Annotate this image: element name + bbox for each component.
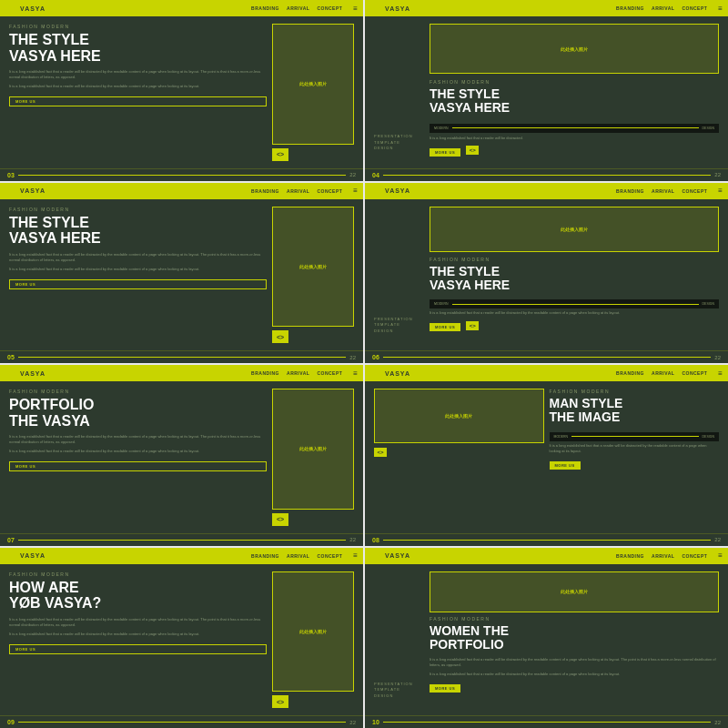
slide-header-08: VASYA BRANDING ARRIVAL CONCEPT ≡	[365, 365, 728, 381]
menu-icon[interactable]: ≡	[718, 369, 723, 378]
nav-branding[interactable]: BRANDING	[251, 5, 279, 11]
title-line1: THE STYLE	[430, 265, 719, 278]
nav-arrival[interactable]: ARRIVAL	[652, 553, 674, 559]
slide-content-07: FASHION MODERN PORTFOLIO THE VASYA It is…	[0, 381, 363, 533]
menu-icon[interactable]: ≡	[718, 551, 723, 560]
nav-branding[interactable]: BRANDING	[616, 553, 644, 559]
nav-arrival[interactable]: ARRIVAL	[652, 370, 674, 376]
nav-branding[interactable]: BRANDING	[251, 370, 279, 376]
slide-number: 10	[372, 719, 379, 725]
slide-header-09: VASYA BRANDING ARRIVAL CONCEPT ≡	[0, 548, 363, 564]
header-diamond-icon	[4, 368, 14, 378]
nav-concept[interactable]: CONCEPT	[317, 370, 342, 376]
content-layout: FASHION MODERN PORTFOLIO THE VASYA It is…	[9, 389, 354, 526]
image-placeholder: 此处插入图片	[430, 24, 719, 74]
title-line1: HOW ARE	[9, 580, 267, 596]
menu-icon[interactable]: ≡	[353, 187, 358, 195]
more-button[interactable]: MORE US	[430, 323, 460, 331]
slide-title: THE STYLE VASYA HERE	[9, 215, 267, 247]
nav-concept[interactable]: CONCEPT	[682, 188, 707, 194]
body-text: It is a long established fact that a rea…	[430, 310, 719, 316]
nav-branding[interactable]: BRANDING	[616, 188, 644, 194]
slide-title: THE STYLE VASYA HERE	[430, 265, 719, 293]
body-text-2: It is a long established fact that a rea…	[9, 267, 267, 272]
slide-number: 07	[7, 537, 15, 543]
header-nav: BRANDING ARRIVAL CONCEPT	[251, 5, 342, 11]
code-icon: <>	[466, 321, 479, 330]
menu-icon[interactable]: ≡	[353, 551, 358, 560]
header-diamond-icon	[369, 368, 379, 378]
body-text: It is a long established fact that a rea…	[550, 443, 720, 454]
slide-divider	[383, 175, 712, 176]
nav-branding[interactable]: BRANDING	[251, 553, 279, 559]
slide-title: MAN STYLE THE IMAGE	[550, 397, 720, 425]
nav-concept[interactable]: CONCEPT	[317, 188, 342, 194]
more-button[interactable]: MORE US	[430, 148, 460, 157]
body-text-1: It is a long established fact that a rea…	[9, 69, 267, 80]
presentation-label-area: PRESENTATION TEMPLATE DESIGN	[374, 24, 424, 161]
title-line1: THE STYLE	[9, 215, 267, 231]
nav-branding[interactable]: BRANDING	[616, 5, 644, 11]
title-line1: THE STYLE	[9, 32, 267, 48]
menu-icon[interactable]: ≡	[353, 369, 358, 378]
design-label: DESIGN	[703, 302, 714, 306]
slide-divider	[18, 540, 347, 541]
more-button[interactable]: MORE US	[9, 96, 267, 106]
nav-arrival[interactable]: ARRIVAL	[287, 5, 309, 11]
body-text-1: It is a long established fact that a rea…	[9, 434, 267, 445]
body-text-2: It is a long established fact that a rea…	[430, 672, 719, 677]
slide-divider	[383, 540, 712, 541]
more-button[interactable]: MORE US	[430, 684, 460, 693]
nav-arrival[interactable]: ARRIVAL	[652, 188, 674, 194]
code-icon: <>	[466, 146, 479, 155]
menu-icon[interactable]: ≡	[353, 5, 358, 13]
more-button[interactable]: MORE US	[550, 461, 581, 470]
slide-header-04: VASYA BRANDING ARRIVAL CONCEPT ≡	[365, 0, 728, 16]
nav-concept[interactable]: CONCEPT	[317, 5, 342, 11]
title-line1: THE STYLE	[430, 87, 719, 101]
nav-concept[interactable]: CONCEPT	[682, 370, 707, 376]
nav-concept[interactable]: CONCEPT	[682, 5, 707, 11]
nav-arrival[interactable]: ARRIVAL	[287, 370, 309, 376]
nav-concept[interactable]: CONCEPT	[317, 553, 342, 559]
menu-icon[interactable]: ≡	[718, 187, 723, 195]
image-placeholder: 此处插入图片	[430, 571, 719, 612]
image-placeholder: 此处插入图片	[430, 207, 719, 252]
slide-content-04: PRESENTATION TEMPLATE DESIGN 此处插入图片 FASH…	[365, 16, 728, 168]
body-text-1: It is a long established fact that a rea…	[9, 617, 267, 628]
nav-concept[interactable]: CONCEPT	[682, 553, 707, 559]
code-icon: <>	[272, 330, 288, 343]
nav-arrival[interactable]: ARRIVAL	[287, 553, 309, 559]
slide-number: 08	[372, 537, 379, 543]
slide-03: VASYA BRANDING ARRIVAL CONCEPT ≡ FASHION…	[0, 0, 363, 181]
image-label: 此处插入图片	[561, 227, 588, 232]
more-button[interactable]: MORE US	[9, 279, 267, 289]
more-button[interactable]: MORE US	[9, 461, 267, 471]
body-text-2: It is a long established fact that a rea…	[9, 84, 267, 89]
slide-number: 03	[7, 172, 15, 178]
header-nav: BRANDING ARRIVAL CONCEPT	[251, 370, 342, 376]
nav-arrival[interactable]: ARRIVAL	[652, 5, 674, 11]
image-label: 此处插入图片	[445, 413, 472, 419]
menu-icon[interactable]: ≡	[718, 5, 723, 13]
content-right: 此处插入图片 <>	[272, 207, 354, 344]
slide-total: 22	[349, 355, 356, 360]
image-label: 此处插入图片	[299, 264, 327, 269]
presentation-label-area: PRESENTATION TEMPLATE DESIGN	[374, 207, 424, 344]
header-logo: VASYA	[20, 552, 46, 559]
main-content: 此处插入图片 FASHION MODERN WOMEN THE PORTFOLI…	[430, 571, 719, 709]
image-placeholder: 此处插入图片	[272, 389, 354, 510]
header-nav: BRANDING ARRIVAL CONCEPT	[251, 188, 342, 194]
header-diamond-icon	[369, 551, 379, 561]
title-line2: PORTFOLIO	[430, 638, 719, 652]
content-left: FASHION MODERN PORTFOLIO THE VASYA It is…	[9, 389, 267, 526]
nav-branding[interactable]: BRANDING	[616, 370, 644, 376]
slide-header-07: VASYA BRANDING ARRIVAL CONCEPT ≡	[0, 365, 363, 381]
body-text-2: It is a long established fact that a rea…	[9, 449, 267, 454]
more-button[interactable]: MORE US	[9, 644, 267, 654]
content-right: 此处插入图片 <>	[272, 389, 354, 526]
nav-branding[interactable]: BRANDING	[251, 188, 279, 194]
slide-total: 22	[349, 172, 356, 177]
header-logo: VASYA	[385, 552, 410, 559]
nav-arrival[interactable]: ARRIVAL	[287, 188, 309, 194]
